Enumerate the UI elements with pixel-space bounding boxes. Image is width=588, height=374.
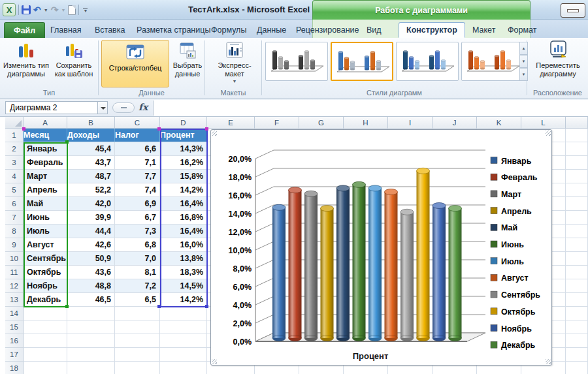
cell[interactable]: Доходы: [67, 129, 115, 142]
cell[interactable]: 46,5: [67, 293, 115, 307]
chart-resize-handle[interactable]: [212, 359, 217, 364]
redo-dropdown-icon[interactable]: ▼: [61, 8, 65, 12]
cell[interactable]: [67, 362, 115, 374]
column-header-F[interactable]: F: [255, 117, 299, 129]
tab-data[interactable]: Данные: [250, 22, 293, 38]
cell[interactable]: 8,1: [115, 266, 160, 279]
tab-design[interactable]: Конструктор: [399, 22, 465, 38]
save-icon[interactable]: [22, 5, 31, 14]
cell[interactable]: [566, 279, 588, 293]
column-header-D[interactable]: D: [160, 117, 207, 129]
column-header-L[interactable]: L: [521, 117, 566, 129]
legend-item[interactable]: Январь: [491, 157, 532, 166]
formula-options-button[interactable]: [112, 102, 135, 113]
cell[interactable]: 6,7: [115, 211, 160, 225]
cell[interactable]: [566, 238, 588, 252]
column-header-G[interactable]: G: [299, 117, 344, 129]
select-data-button[interactable]: Выбрать данные: [171, 40, 204, 78]
cell[interactable]: 6,9: [115, 197, 160, 211]
gallery-up-icon[interactable]: ▲: [519, 42, 528, 55]
undo-icon[interactable]: ↶: [33, 5, 41, 14]
cell[interactable]: [160, 362, 207, 374]
legend-item[interactable]: Октябрь: [491, 307, 536, 317]
new-document-icon[interactable]: [68, 5, 76, 15]
cell[interactable]: [566, 183, 588, 197]
row-header-14[interactable]: 14: [5, 307, 24, 320]
chart-style-thumbnail-2-selected[interactable]: [331, 42, 393, 81]
gallery-more-icon[interactable]: ▼: [519, 68, 528, 81]
tab-format[interactable]: Формат: [500, 22, 544, 38]
chart-style-thumbnail-3[interactable]: [396, 42, 459, 81]
cell[interactable]: 7,0: [115, 252, 160, 266]
column-header-K[interactable]: K: [477, 117, 521, 129]
cell[interactable]: [115, 348, 160, 362]
save-as-template-button[interactable]: Сохранить как шаблон: [51, 40, 97, 78]
gallery-down-icon[interactable]: ▼: [519, 55, 528, 68]
cell[interactable]: [566, 362, 588, 374]
name-box-dropdown-icon[interactable]: [98, 101, 108, 114]
cell[interactable]: [566, 211, 588, 225]
insert-function-icon[interactable]: fx: [139, 102, 148, 112]
cell[interactable]: [566, 129, 588, 142]
tab-layout[interactable]: Макет: [465, 22, 502, 38]
cell[interactable]: [566, 334, 588, 348]
cell[interactable]: [67, 348, 115, 362]
chart-style-thumbnail-1[interactable]: [265, 42, 328, 81]
cell[interactable]: 39,9: [67, 211, 115, 225]
minimize-button[interactable]: [561, 3, 585, 18]
formula-input[interactable]: [154, 100, 588, 116]
row-header-6[interactable]: 6: [5, 197, 24, 211]
range-handle[interactable]: [157, 127, 161, 131]
select-all-corner[interactable]: [5, 117, 24, 129]
column-header-H[interactable]: H: [344, 117, 388, 129]
row-header-12[interactable]: 12: [5, 279, 24, 293]
cell[interactable]: [160, 348, 207, 362]
change-chart-type-button[interactable]: Изменить тип диаграммы: [3, 40, 50, 78]
row-column-button[interactable]: Строка/столбец: [101, 40, 169, 87]
cell[interactable]: [566, 252, 588, 266]
range-handle[interactable]: [205, 127, 208, 131]
column-header-J[interactable]: J: [433, 117, 477, 129]
cell[interactable]: 48,7: [67, 170, 115, 183]
row-header-1[interactable]: 1: [5, 129, 24, 142]
cell[interactable]: [160, 334, 207, 348]
legend-item[interactable]: Февраль: [491, 173, 538, 182]
row-header-16[interactable]: 16: [5, 334, 24, 348]
cell[interactable]: [115, 334, 160, 348]
cell[interactable]: [566, 156, 588, 170]
tab-insert[interactable]: Вставка: [88, 22, 132, 38]
cell[interactable]: 42,6: [67, 238, 115, 252]
row-header-17[interactable]: 17: [5, 348, 24, 362]
cell[interactable]: 7,2: [115, 279, 160, 293]
chart-object[interactable]: 0,0%2,0%4,0%6,0%8,0%10,0%12,0%14,0%16,0%…: [210, 129, 552, 366]
range-handle[interactable]: [205, 305, 208, 308]
cell[interactable]: [24, 307, 67, 320]
cell[interactable]: [566, 307, 588, 320]
row-header-13[interactable]: 13: [5, 293, 24, 307]
cell[interactable]: 48,8: [67, 279, 115, 293]
quick-layout-button[interactable]: Экспресс-макет ▼: [209, 40, 260, 84]
cell[interactable]: [566, 170, 588, 183]
tab-review[interactable]: Рецензирование: [289, 22, 367, 38]
legend-item[interactable]: Май: [491, 223, 517, 232]
cell[interactable]: 7,3: [115, 225, 160, 238]
legend-item[interactable]: Декабрь: [491, 341, 536, 350]
cell[interactable]: 45,4: [67, 142, 115, 156]
range-handle[interactable]: [65, 140, 69, 144]
cell[interactable]: 42,0: [67, 197, 115, 211]
cell[interactable]: [160, 320, 207, 334]
cell[interactable]: 43,6: [67, 266, 115, 279]
chart-resize-handle[interactable]: [212, 131, 217, 136]
cell[interactable]: 7,1: [115, 156, 160, 170]
legend-item[interactable]: Сентябрь: [491, 290, 540, 300]
row-header-7[interactable]: 7: [5, 211, 24, 225]
legend-item[interactable]: Апрель: [491, 207, 532, 216]
cell[interactable]: [67, 320, 115, 334]
cell[interactable]: 6,6: [115, 142, 160, 156]
chart-style-thumbnail-4[interactable]: [461, 42, 524, 81]
row-header-5[interactable]: 5: [5, 183, 24, 197]
row-header-9[interactable]: 9: [5, 238, 24, 252]
cell[interactable]: [160, 307, 207, 320]
legend-item[interactable]: Март: [491, 190, 521, 199]
cell[interactable]: [566, 293, 588, 307]
